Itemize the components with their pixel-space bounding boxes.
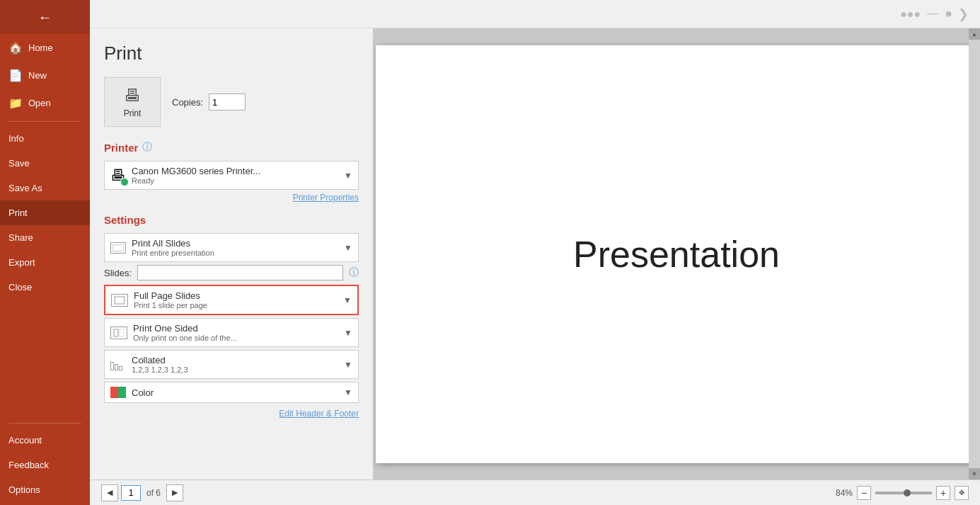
sides-dropdown[interactable]: Print One Sided Only print on one side o…: [104, 318, 359, 347]
sidebar-item-close[interactable]: Close: [0, 275, 90, 300]
layout-text: Full Page Slides Print 1 slide per page: [134, 290, 338, 310]
slide-preview-text: Presentation: [573, 233, 780, 276]
topbar: ●●● ⸻ ● ❯: [90, 0, 980, 28]
sidebar-item-label: Print: [8, 208, 28, 218]
printer-dropdown-arrow: ▼: [344, 171, 352, 181]
slides-input[interactable]: [137, 265, 343, 280]
zoom-in-btn[interactable]: +: [936, 486, 950, 500]
sidebar-item-label: Close: [8, 282, 32, 293]
fit-to-window-btn[interactable]: ✥: [955, 486, 969, 500]
color-dropdown[interactable]: Color ▼: [104, 382, 359, 403]
sidebar-item-export[interactable]: Export: [0, 250, 90, 275]
printer-status-dot: [120, 178, 129, 186]
sidebar-spacer: [0, 300, 90, 419]
sidebar: ← 🏠 Home 📄 New 📁 Open Info Save Save As …: [0, 0, 90, 505]
collation-main: Collated: [132, 355, 338, 365]
slides-label: Slides:: [104, 268, 132, 278]
sidebar-item-saveas[interactable]: Save As: [0, 176, 90, 200]
sidebar-item-label: New: [28, 70, 47, 81]
sidebar-item-feedback[interactable]: Feedback: [0, 453, 90, 477]
layout-icon: [111, 294, 128, 307]
layout-arrow: ▼: [343, 295, 352, 305]
settings-section-header: Settings: [104, 214, 359, 226]
current-page-input[interactable]: [121, 485, 141, 501]
left-panel: Print 🖶 Print Copies: Printer ⓘ 🖶: [90, 28, 373, 480]
edit-header-footer-link[interactable]: Edit Header & Footer: [104, 409, 359, 419]
sidebar-item-save[interactable]: Save: [0, 151, 90, 176]
print-area: Print 🖶 Print Copies: Printer ⓘ 🖶: [90, 28, 980, 480]
layout-sub: Print 1 slide per page: [134, 301, 338, 310]
printer-properties-link[interactable]: Printer Properties: [104, 193, 359, 203]
slides-info-icon[interactable]: ⓘ: [349, 266, 359, 279]
sidebar-item-label: Save: [8, 158, 30, 169]
print-range-text: Print All Slides Print entire presentati…: [132, 238, 338, 257]
sidebar-item-label: Save As: [8, 183, 42, 193]
prev-page-btn[interactable]: ◀: [101, 484, 118, 501]
sidebar-item-label: Info: [8, 133, 24, 144]
copies-label: Copies:: [172, 97, 203, 108]
scrollbar-up-btn[interactable]: ▲: [969, 28, 980, 40]
sidebar-item-info[interactable]: Info: [0, 126, 90, 151]
info-icon[interactable]: ⓘ: [142, 141, 152, 154]
sidebar-item-share[interactable]: Share: [0, 225, 90, 250]
sidebar-item-print[interactable]: Print: [0, 200, 90, 225]
svg-rect-2: [120, 329, 124, 336]
color-icon: [110, 387, 126, 398]
sidebar-item-new[interactable]: 📄 New: [0, 62, 90, 89]
color-text: Color: [132, 387, 338, 398]
printer-dropdown[interactable]: 🖶 Canon MG3600 series Printer... Ready ▼: [104, 161, 359, 190]
print-range-dropdown[interactable]: Print All Slides Print entire presentati…: [104, 233, 359, 262]
collation-arrow: ▼: [344, 360, 352, 370]
home-icon: 🏠: [8, 41, 23, 55]
sidebar-item-account[interactable]: Account: [0, 428, 90, 453]
collation-sub: 1,2,3 1,2,3 1,2,3: [132, 365, 338, 374]
slide-preview-area: ▲ ▼ Presentation: [373, 28, 980, 480]
zoom-out-btn[interactable]: −: [857, 486, 871, 500]
topbar-icons: ●●● ⸻ ● ❯: [900, 6, 969, 22]
layout-main: Full Page Slides: [134, 290, 338, 301]
sidebar-item-open[interactable]: 📁 Open: [0, 89, 90, 117]
printer-status: Ready: [132, 176, 338, 185]
sidebar-divider-bottom: [8, 423, 81, 424]
print-range-arrow: ▼: [344, 243, 352, 253]
back-button[interactable]: ←: [0, 0, 90, 34]
print-button[interactable]: 🖶 Print: [104, 77, 161, 127]
back-icon: ←: [38, 9, 52, 25]
slide-preview-container: Presentation: [373, 28, 980, 480]
page-title: Print: [104, 42, 359, 64]
zoom-slider[interactable]: [875, 492, 932, 494]
settings-section-title: Settings: [104, 214, 146, 226]
chevron-right-icon: ❯: [958, 6, 969, 22]
sidebar-item-options[interactable]: Options: [0, 477, 90, 502]
zoom-area: 84% − + ✥: [836, 486, 969, 500]
layout-dropdown[interactable]: Full Page Slides Print 1 slide per page …: [104, 285, 359, 315]
sides-main: Print One Sided: [133, 323, 338, 334]
collated-icon: [110, 359, 126, 370]
slides-row: Slides: ⓘ: [104, 265, 359, 280]
scrollbar-down-btn[interactable]: ▼: [969, 468, 980, 480]
copies-row: Copies:: [172, 93, 246, 110]
collation-text: Collated 1,2,3 1,2,3 1,2,3: [132, 355, 338, 374]
sidebar-item-home[interactable]: 🏠 Home: [0, 34, 90, 62]
collation-dropdown[interactable]: Collated 1,2,3 1,2,3 1,2,3 ▼: [104, 350, 359, 379]
zoom-slider-thumb: [904, 489, 911, 497]
color-main: Color: [132, 387, 338, 398]
copies-input[interactable]: [209, 93, 246, 110]
sidebar-item-label: Home: [28, 42, 53, 53]
sidebar-item-label: Share: [8, 232, 33, 243]
sidebar-divider: [8, 121, 81, 122]
topbar-icon-2: ⸻: [926, 6, 939, 21]
bottom-navigation: ◀ of 6 ▶ 84% − + ✥: [90, 480, 980, 505]
next-page-btn[interactable]: ▶: [166, 484, 183, 501]
sidebar-item-label: Options: [8, 484, 40, 495]
topbar-icon-1: ●●●: [900, 8, 921, 21]
svg-rect-1: [114, 329, 118, 336]
page-of-text: of 6: [146, 488, 161, 498]
preview-scrollbar[interactable]: ▲ ▼: [969, 28, 980, 480]
printer-info: Canon MG3600 series Printer... Ready: [132, 166, 338, 185]
scrollbar-track[interactable]: [969, 40, 980, 468]
sidebar-item-label: Feedback: [8, 460, 49, 470]
sides-text: Print One Sided Only print on one side o…: [133, 323, 338, 342]
sidebar-item-label: Open: [28, 98, 51, 108]
main-content: ●●● ⸻ ● ❯ Print 🖶 Print Copies:: [90, 0, 980, 505]
